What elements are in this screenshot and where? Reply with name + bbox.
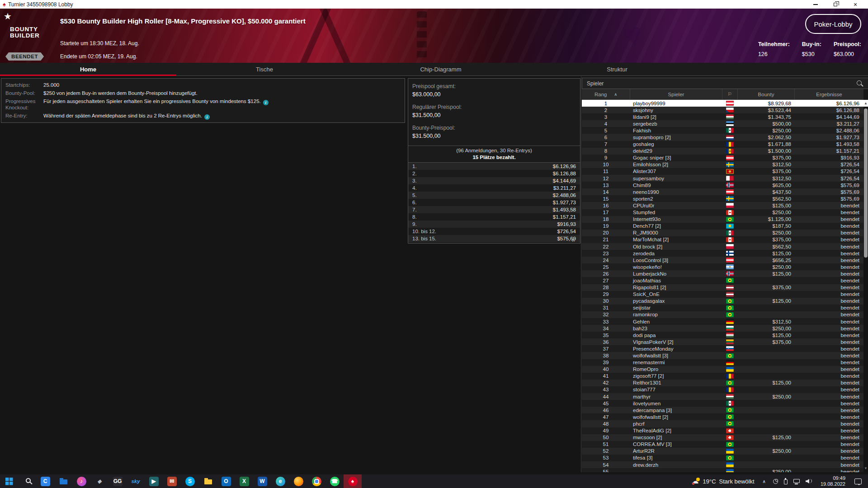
player-row[interactable]: 26LumberjackNo$125,00beendet [582, 270, 863, 277]
info-icon[interactable]: i [204, 114, 210, 120]
player-row[interactable]: 39renemastermibeendet [582, 359, 863, 366]
player-row[interactable]: 17Stumpfed$250,00beendet [582, 209, 863, 216]
taskbar-app-search[interactable] [18, 474, 36, 488]
column-header-ergebnisse[interactable]: Ergebnisse [794, 89, 863, 99]
weather-widget[interactable]: ☁ 19°C Stark bewölkt [686, 474, 759, 488]
info-icon[interactable]: i [263, 100, 269, 105]
player-row[interactable]: 2sksjohny$3.523,44$6.126,88 [582, 107, 863, 113]
column-header-spieler[interactable]: Spieler [630, 89, 722, 99]
player-row[interactable]: 33Gehlen$312,50beendet [582, 318, 863, 325]
player-row[interactable]: 5Fakhish$250,00$2.488,06 [582, 127, 863, 134]
player-row[interactable]: 47wolfofwallstt [2]beendet [582, 413, 863, 420]
player-row[interactable]: 25wisopekeño!$250,00beendet [582, 263, 863, 270]
player-row[interactable]: 50mwcsoon [2]$125,00beendet [582, 434, 863, 441]
player-row[interactable]: 51CORREA.MV [3]beendet [582, 441, 863, 448]
player-row[interactable]: 36VIgnasPokerV [2]$375,00beendet [582, 338, 863, 345]
sync-tray-icon[interactable] [773, 479, 778, 484]
player-row[interactable]: 23zerodeda$125,00beendet [582, 250, 863, 257]
search-icon[interactable] [857, 80, 862, 85]
player-row[interactable]: 38wolfofwallstt [3]beendet [582, 352, 863, 359]
notification-center-icon[interactable] [854, 479, 862, 484]
player-row[interactable]: 11Alister307$375,00$726,54 [582, 168, 863, 175]
player-row[interactable]: 12supersamboy$312,50$726,54 [582, 175, 863, 182]
network-tray-icon[interactable] [793, 479, 800, 483]
player-row[interactable]: 37PresenceMondaybeendet [582, 345, 863, 352]
player-row[interactable]: 20R_JM9000$250,00beendet [582, 230, 863, 236]
player-row[interactable]: 42Relthor1301$125,00beendet [582, 380, 863, 386]
taskbar-app-skype[interactable]: S [181, 474, 199, 488]
player-row[interactable]: 6suprambopro [2]$2.062,50$1.927,73 [582, 134, 863, 141]
volume-tray-icon[interactable] [806, 479, 812, 484]
players-scrollbar[interactable]: ▲ ▼ [863, 100, 868, 472]
player-row[interactable]: 53tifesa [3]beendet [582, 455, 863, 461]
player-row[interactable]: 14neeno1990$437,50$575,69 [582, 188, 863, 195]
taskbar-app-start[interactable] [0, 474, 18, 488]
taskbar-app-edge[interactable]: e [271, 474, 289, 488]
player-row[interactable]: 52ArturR2R$250,00beendet [582, 448, 863, 455]
poker-lobby-button[interactable]: Poker-Lobby [805, 14, 861, 34]
close-button[interactable]: × [845, 0, 865, 9]
player-row[interactable]: 29SsicK_OnEbeendet [582, 291, 863, 298]
usb-tray-icon[interactable] [784, 479, 788, 484]
player-row[interactable]: 46edercampana [3]beendet [582, 407, 863, 413]
taskbar-clock[interactable]: 09:49 19.08.2022 [816, 475, 850, 487]
player-row[interactable]: 55$250,00beendet [582, 468, 863, 472]
player-row[interactable]: 43stoian777beendet [582, 386, 863, 393]
player-row[interactable]: 54drew.derzhbeendet [582, 461, 863, 468]
player-row[interactable]: 40RomeOprobeendet [582, 366, 863, 373]
tab-tische[interactable]: Tische [176, 63, 353, 75]
player-row[interactable]: 32ramonkropbeendet [582, 311, 863, 318]
taskbar-app-outlook[interactable]: O [217, 474, 235, 488]
taskbar-app-excel[interactable]: X [235, 474, 253, 488]
player-row[interactable]: 41zigosoft77 [2]beendet [582, 373, 863, 380]
taskbar-app-gg[interactable]: GG [108, 474, 127, 488]
player-row[interactable]: 28Rigapols81 [2]$375,00beendet [582, 284, 863, 291]
player-row[interactable]: 8deivid29$1.500,00$1.157,21 [582, 148, 863, 155]
player-row[interactable]: 34bah23$250,00beendet [582, 325, 863, 332]
restore-button[interactable] [826, 0, 845, 9]
tab-chip-diagramm[interactable]: Chip-Diagramm [353, 63, 529, 75]
player-row[interactable]: 16CPUrul0r$125,00beendet [582, 202, 863, 209]
player-row[interactable]: 18Internett93o$1.125,00beendet [582, 216, 863, 223]
taskbar-app-file-explorer[interactable] [199, 474, 217, 488]
tray-chevron-up-icon[interactable]: ∧ [759, 479, 769, 484]
taskbar-app-firefox[interactable] [289, 474, 307, 488]
scrollbar-thumb[interactable] [864, 108, 868, 258]
player-row[interactable]: 45ilovetyumenbeendet [582, 400, 863, 407]
column-header-bounty[interactable]: Bounty [737, 89, 794, 99]
taskbar-app-mail-app[interactable]: ✉ [163, 474, 181, 488]
taskbar-app-video-app[interactable]: ▶ [145, 474, 163, 488]
player-row[interactable]: 15sporten2$562,50$575,69 [582, 195, 863, 202]
player-row[interactable]: 13Chim89$625,00$575,69 [582, 182, 863, 188]
player-row[interactable]: 7goshaleg$1.671,88$1.493,58 [582, 141, 863, 148]
taskbar-app-onedrive-folder[interactable] [54, 474, 72, 488]
player-row[interactable]: 1playboy99999$8.929,68$6.126,96 [582, 100, 863, 107]
taskbar-app-chat[interactable]: C [36, 474, 54, 488]
taskbar-app-word[interactable]: W [253, 474, 271, 488]
player-row[interactable]: 30pycadasgalax$125,00beendet [582, 298, 863, 305]
tab-struktur[interactable]: Struktur [529, 63, 705, 75]
minimize-button[interactable] [806, 0, 826, 9]
player-row[interactable]: 44marthyr$250,00beendet [582, 393, 863, 400]
taskbar-app-music[interactable]: ♪ [72, 474, 90, 488]
taskbar-app-diamond-app[interactable]: ◆ [90, 474, 108, 488]
player-row[interactable]: 9Gogac sniper [3]$375,00$916,93 [582, 155, 863, 161]
column-header-flag[interactable]: ⚐ [722, 89, 737, 99]
player-row[interactable]: 27joaoMathiasbeendet [582, 277, 863, 284]
player-row[interactable]: 21MarToMchat [2]$375,00beendet [582, 236, 863, 243]
player-row[interactable]: 22Old brock [2]$562,50beendet [582, 243, 863, 250]
player-row[interactable]: 35dodi papa$125,00beendet [582, 332, 863, 338]
taskbar-app-sky[interactable]: sky [127, 474, 145, 488]
player-row[interactable]: 10Emilohlsson [2]$312,50$726,54 [582, 161, 863, 168]
column-header-rang[interactable]: Rang∧ [582, 89, 630, 99]
collapse-chevron-icon[interactable]: ∧ [571, 238, 575, 243]
player-row[interactable]: 48phcrfbeendet [582, 420, 863, 427]
scroll-down-icon[interactable]: ▼ [863, 466, 868, 470]
player-row[interactable]: 19Dench77 [2]$187,50beendet [582, 223, 863, 230]
tab-home[interactable]: Home [0, 63, 176, 75]
player-row[interactable]: 3lildani9 [2]$1.343,75$4.144,69 [582, 113, 863, 120]
taskbar-app-whatsapp[interactable]: ☎ [326, 474, 344, 488]
scroll-up-icon[interactable]: ▲ [863, 100, 868, 107]
taskbar-app-chrome[interactable] [307, 474, 326, 488]
player-search-input[interactable]: Spieler [582, 78, 868, 89]
